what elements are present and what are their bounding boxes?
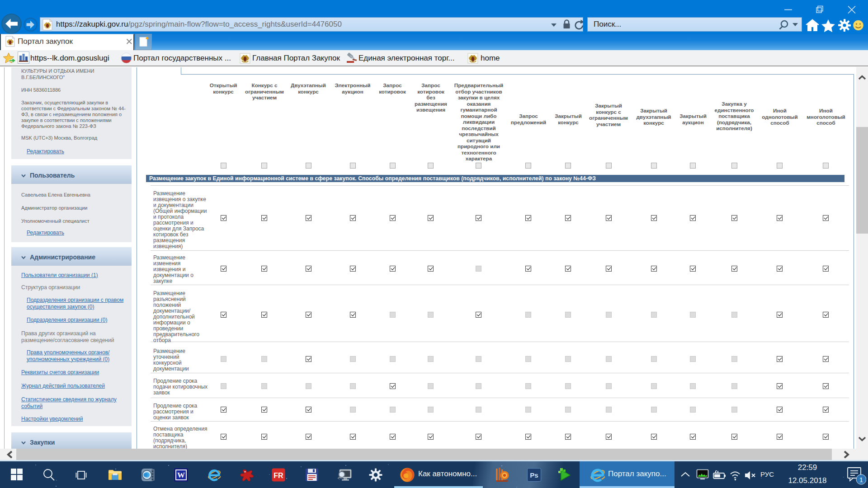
- svg-text:FR: FR: [274, 472, 283, 479]
- svg-text:Ps: Ps: [530, 471, 538, 479]
- svg-text:W: W: [177, 471, 185, 479]
- svg-text:1: 1: [859, 476, 863, 483]
